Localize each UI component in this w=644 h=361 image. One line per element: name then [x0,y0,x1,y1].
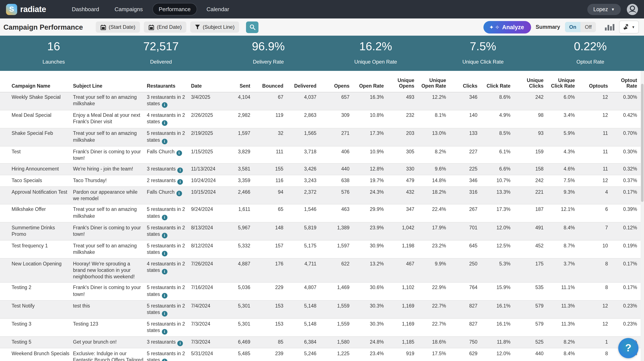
cell-optouts: 6 [578,204,611,222]
table-row[interactable]: Approval Notification TestPardon our app… [0,187,640,204]
table-row[interactable]: Meal Deal SpecialEnjoy a Meal Deal at yo… [0,110,640,128]
column-header-click-rate[interactable]: Click Rate [481,71,514,92]
cell-unique-click-rate: 8.4% [547,348,578,361]
table-row[interactable]: Taco SpecialsTaco Thursday!2 restaurants… [0,175,640,187]
cell-unique-click-rate: 12.1% [547,204,578,222]
column-header-sent[interactable]: Sent [226,71,254,92]
info-icon[interactable]: i [162,121,167,126]
table-row[interactable]: New Location OpeningHooray! We're sprout… [0,259,640,282]
info-icon[interactable]: i [162,233,167,238]
table-row[interactable]: Test Notifytest this5 restaurants in 2 s… [0,300,640,318]
search-button[interactable] [246,21,259,33]
info-icon[interactable]: i [162,293,167,298]
cell-optout-rate: 0.30% [611,92,640,110]
cell-subject-line: Hooray! We're sprouting a brand new loca… [73,259,147,282]
summary-toggle-on[interactable]: On [565,22,580,32]
cell-unique-opens: 203 [387,128,418,146]
cell-unique-open-rate: 8.2% [418,146,450,164]
analyze-button[interactable]: ✦ ✧ Analyze [484,21,531,33]
column-header-bounced[interactable]: Bounced [254,71,287,92]
cell-optouts: 12 [578,110,611,128]
cell-opens: 1,469 [320,282,353,300]
cell-clicks: 764 [450,282,481,300]
column-header-unique-open-rate[interactable]: Unique Open Rate [418,71,450,92]
scrollbar-thumb[interactable] [641,84,644,202]
chevron-down-icon: ▼ [611,7,615,11]
end-date-filter[interactable]: (End Date) [144,22,186,33]
user-menu-button[interactable]: Lopez ▼ [587,4,621,15]
info-icon[interactable]: i [162,329,167,334]
info-icon[interactable]: i [162,102,167,108]
cell-unique-opens: 467 [387,259,418,282]
info-icon[interactable]: i [176,150,182,156]
info-icon[interactable]: i [162,139,167,144]
nav-item-performance[interactable]: Performance [152,3,197,16]
avatar[interactable] [627,4,638,15]
cell-subject-line: test this [73,300,147,318]
nav-item-calendar[interactable]: Calendar [200,4,235,15]
start-date-filter[interactable]: (Start Date) [96,22,140,33]
info-icon[interactable]: i [162,269,167,274]
summary-toggle-off[interactable]: Off [581,22,596,32]
cell-optouts: 12 [578,318,611,336]
table-row[interactable]: Hiring AnnouncementWe're hiring - join t… [0,164,640,175]
bar-chart-view-button[interactable] [605,24,614,30]
column-header-open-rate[interactable]: Open Rate [353,71,387,92]
table-row[interactable]: Testing 5Get your brunch on!3 restaurant… [0,337,640,348]
cell-unique-clicks: 525 [514,337,547,348]
cell-delivered: 5,819 [287,222,320,240]
stat-label: Launches [42,59,65,65]
info-icon[interactable]: i [177,340,183,346]
table-row[interactable]: Testing 2Frank's Diner is coming to your… [0,282,640,300]
column-header-delivered[interactable]: Delivered [287,71,320,92]
column-header-unique-opens[interactable]: Unique Opens [387,71,418,92]
brand-logo[interactable]: S radiate [6,4,46,15]
table-row[interactable]: Test frequency 1Treat your self to an am… [0,240,640,258]
cell-subject-line: Pardon our appearance while we remodel [73,187,147,204]
column-header-unique-click-rate[interactable]: Unique Click Rate [547,71,578,92]
cell-bounced: 229 [254,282,287,300]
info-icon[interactable]: i [176,191,182,196]
table-row[interactable]: Summertime Drinks PromoFrank's Diner is … [0,222,640,240]
cell-optouts: 1 [578,337,611,348]
subject-line-filter[interactable]: (Subject Line) [190,22,239,33]
cell-subject-line: Treat your self to an amazing milkshake [73,92,147,110]
help-button[interactable]: ? [618,338,638,358]
cell-unique-clicks: 242 [514,92,547,110]
info-icon[interactable]: i [177,168,183,173]
cell-bounced: 32 [254,128,287,146]
table-row[interactable]: TestFrank's Diner is coming to your town… [0,146,640,164]
vertical-scrollbar[interactable] [640,71,644,361]
info-icon[interactable]: i [162,311,167,316]
brand-name: radiate [20,5,46,14]
info-icon[interactable]: i [162,359,167,361]
table-row[interactable]: Weekend Brunch SpecialsExclusive: Indulg… [0,348,640,361]
cell-open-rate: 23.9% [353,222,387,240]
cell-clicks: 827 [450,300,481,318]
cell-bounced: 148 [254,222,287,240]
column-header-opens[interactable]: Opens [320,71,353,92]
info-icon[interactable]: i [162,251,167,256]
column-header-date[interactable]: Date [191,71,226,92]
export-button[interactable]: ▼ [619,21,639,34]
column-header-clicks[interactable]: Clicks [450,71,481,92]
column-header-optouts[interactable]: Optouts [578,71,611,92]
column-header-unique-clicks[interactable]: Unique Clicks [514,71,547,92]
info-icon[interactable]: i [162,215,167,220]
table-row[interactable]: Testing 3Testing 1235 restaurants in 2 s… [0,318,640,336]
cell-campaign-name: Testing 2 [0,282,73,300]
cell-unique-click-rate: 11.3% [547,318,578,336]
stat-label: Optout Rate [576,59,604,65]
column-header-restaurants[interactable]: Restaurants [147,71,191,92]
table-row[interactable]: Milkshake OfferTreat your self to an ama… [0,204,640,222]
column-header-optout-rate[interactable]: Optout Rate [611,71,640,92]
column-header-campaign-name[interactable]: Campaign Name [0,71,73,92]
nav-item-dashboard[interactable]: Dashboard [66,4,105,15]
column-header-subject-line[interactable]: Subject Line [73,71,147,92]
table-row[interactable]: Shake Special FebTreat your self to an a… [0,128,640,146]
nav-item-campaigns[interactable]: Campaigns [108,4,149,15]
table-row[interactable]: Weekly Shake SpecialTreat your self to a… [0,92,640,110]
info-icon[interactable]: i [177,179,183,185]
cell-clicks: 346 [450,92,481,110]
cell-opens: 622 [320,259,353,282]
